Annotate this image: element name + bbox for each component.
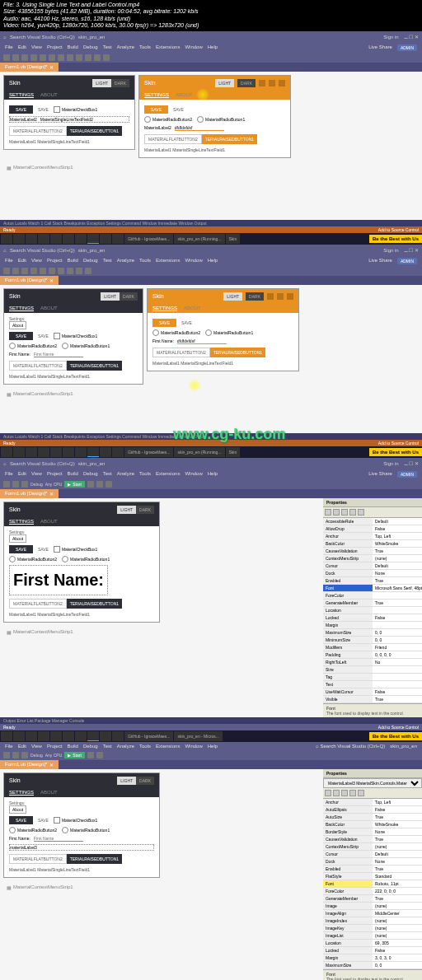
file-size-line: Size: 43856155 bytes (41.82 MiB), durati… [3,8,419,15]
property-row[interactable]: FontMicrosoft Sans Serif, 48pt [323,585,422,592]
flat-button[interactable]: MATERIALFLATBUTTON2 [9,126,67,136]
text-input[interactable] [175,125,224,131]
property-row[interactable]: Location [323,607,422,614]
taskbar-app[interactable]: skin_pro_en (Running... [174,234,224,244]
save-link[interactable]: SAVE [38,107,49,112]
property-row[interactable]: EnabledTrue [323,866,422,873]
raised-button[interactable]: TERIALRAISEDBUTTON1 [67,126,122,136]
first-name-label: First Name: [9,352,30,357]
property-row[interactable]: ImageAlignMiddleCenter [323,910,422,917]
platform-dropdown[interactable]: Any CPU [45,482,63,487]
property-row[interactable]: AutoEllipsisFalse [323,806,422,814]
minimize-icon[interactable] [259,80,265,86]
property-row[interactable]: EnabledTrue [323,577,422,585]
component-tray[interactable]: MaterialContextMenuStrip1 [3,163,419,172]
radio-button-2[interactable]: MaterialRadioButton2 [144,116,192,123]
property-row[interactable]: ImageKey(none) [323,925,422,932]
material-label-2: MaterialLabel2 [10,117,37,122]
property-row[interactable]: CursorDefault [323,851,422,858]
property-row[interactable]: ContextMenuStrip(none) [323,843,422,851]
running-form-window[interactable]: Skin LIGHTDARK SETTINGSABOUT SAVESAVE Ma… [138,75,291,158]
property-row[interactable]: BackColorWhiteSmoke [323,540,422,548]
property-row[interactable]: VisibleTrue [323,696,422,703]
big-first-name-label[interactable]: First Name: [9,565,108,595]
property-row[interactable]: ForeColor [323,592,422,600]
property-row[interactable]: DockNone [323,858,422,866]
vs-menubar[interactable]: FileEditViewProjectBuildDebugTestAnalyze… [0,43,422,53]
design-form-window[interactable]: Skin LIGHTDARK SETTINGSABOUT SAVESAVEMat… [3,75,135,150]
form-title: Skin [9,80,21,86]
property-row[interactable]: AnchorTop, Left [323,799,422,806]
property-row[interactable]: MaximumSize0, 0 [323,629,422,637]
property-row[interactable]: ImageIndex(none) [323,917,422,925]
property-row[interactable]: LockedFalse [323,947,422,954]
config-dropdown[interactable]: Debug [30,482,43,487]
start-button[interactable]: Start [64,481,85,488]
property-grid[interactable]: AccessibleRoleDefaultAllowDropFalseAncho… [323,518,422,703]
about-select[interactable]: About [9,321,26,329]
property-row[interactable]: ForeColor222; 0; 0; 0 [323,888,422,895]
material-label-3[interactable]: materialLabel3 [10,845,37,850]
property-row[interactable]: Padding0, 0, 0, 0 [323,651,422,659]
taskbar-skin[interactable]: Skin [226,234,241,244]
property-row[interactable]: AutoSizeTrue [323,814,422,821]
file-name-line: File: 3. Using Single Line Text and Labe… [3,2,419,8]
search-box[interactable]: Search Visual Studio (Ctrl+Q) [10,35,75,40]
corner-ad: Be the Best with Us [369,235,422,243]
material-checkbox[interactable]: MaterialCheckBox1 [54,106,97,113]
signin-link[interactable]: Sign in [383,35,398,40]
live-share[interactable]: Live Share [368,44,392,51]
property-row[interactable]: GenerateMemberTrue [323,600,422,607]
designer-tab[interactable]: Form1.vb [Design]*✕ [0,63,59,72]
property-row[interactable]: Tag [323,674,422,681]
dark-toggle[interactable]: DARK [111,79,129,87]
property-row[interactable]: Margin [323,622,422,629]
property-row[interactable]: MaximumSize0, 0 [323,962,422,969]
properties-panel-2[interactable]: Properties MaterialLabel3 MaterialSkin.C… [323,769,422,980]
close-icon[interactable] [279,80,285,86]
property-row[interactable]: Image(none) [323,903,422,910]
material-textfield-2: MaterialSingleLineTextField2 [40,117,93,122]
property-row[interactable]: Size [323,666,422,674]
taskbar-github[interactable]: GitHub - IgnaceMaes... [124,234,173,244]
property-grid-2[interactable]: AnchorTop, LeftAutoEllipsisFalseAutoSize… [323,799,422,969]
light-toggle[interactable]: LIGHT [92,79,111,87]
property-row[interactable]: BackColorWhiteSmoke [323,821,422,828]
property-row[interactable]: AccessibleRoleDefault [323,518,422,525]
windows-taskbar[interactable]: GitHub - IgnaceMaes... skin_pro_en (Runn… [0,233,422,245]
properties-panel[interactable]: Properties AccessibleRoleDefaultAllowDro… [323,498,422,717]
close-icon[interactable]: ✕ [49,64,54,70]
maximize-icon[interactable] [269,80,275,86]
property-row[interactable]: ModifiersFriend [323,644,422,651]
settings-tab[interactable]: SETTINGS [9,92,34,98]
about-tab[interactable]: ABOUT [40,92,58,98]
radio-button-1[interactable]: MaterialRadioButton1 [197,116,245,123]
vs-ide-frame-3: ⌕Search Visual Studio (Ctrl+Q)skin_pro_e… [0,458,422,742]
property-row[interactable]: CausesValidationTrue [323,548,422,555]
property-row[interactable]: ImageList(none) [323,932,422,940]
property-row[interactable]: RightToLeftNo [323,659,422,666]
property-row[interactable]: DockNone [323,570,422,577]
property-row[interactable]: AnchorTop, Left [323,533,422,540]
property-row[interactable]: ContextMenuStrip(none) [323,555,422,562]
property-row[interactable]: FontRoboto, 11pt [323,880,422,888]
property-row[interactable]: AllowDropFalse [323,525,422,533]
property-object-select[interactable]: MaterialLabel3 MaterialSkin.Controls.Mat… [323,778,422,788]
property-row[interactable]: BorderStyleNone [323,828,422,836]
property-row[interactable]: UseWaitCursorFalse [323,688,422,696]
property-row[interactable]: Location69, 305 [323,940,422,947]
save-button[interactable]: SAVE [9,105,33,114]
vs-toolbar[interactable] [0,53,422,63]
property-row[interactable]: LockedFalse [323,614,422,622]
property-row[interactable]: FlatStyleStandard [323,873,422,880]
bottom-tabs[interactable]: Autos Locals Watch 1 Call Stack Breakpoi… [0,220,422,226]
vs-ide-frame-2: ⌕Search Visual Studio (Ctrl+Q)skin_pro_e… [0,245,422,458]
property-row[interactable]: GenerateMemberTrue [323,895,422,903]
property-row[interactable]: CursorDefault [323,562,422,570]
property-row[interactable]: Margin3, 0, 3, 0 [323,954,422,962]
first-name-input[interactable] [34,352,83,357]
status-bar: ReadyAdd to Source Control [0,226,422,233]
property-row[interactable]: Text [323,681,422,688]
property-row[interactable]: MinimumSize0, 0 [323,637,422,644]
property-row[interactable]: CausesValidationTrue [323,836,422,843]
